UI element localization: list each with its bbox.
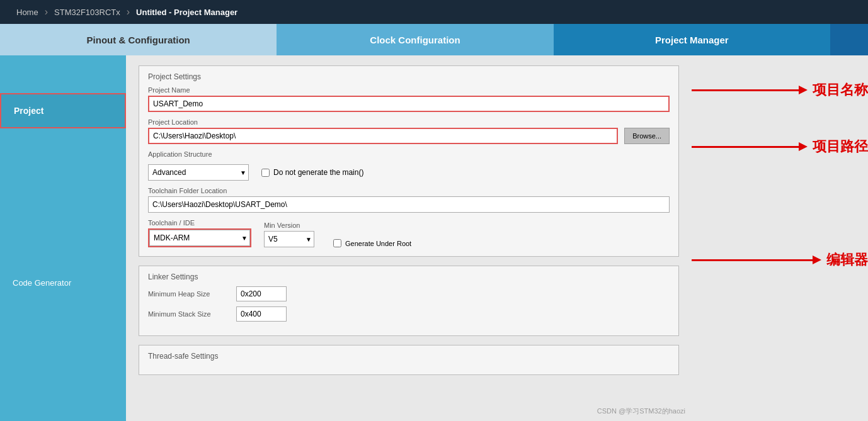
project-settings-legend: Project Settings xyxy=(148,72,670,81)
project-settings-section: Project Settings Project Name Project Lo… xyxy=(139,65,679,257)
arrow-line-2 xyxy=(692,146,799,148)
app-structure-field-group: Application Structure Advanced ▼ Do not … xyxy=(148,150,670,181)
do-not-generate-label: Do not generate the main() xyxy=(273,168,363,177)
tab-project-manager[interactable]: Project Manager xyxy=(554,24,830,55)
tab-extra[interactable] xyxy=(830,24,868,55)
tab-clock[interactable]: Clock Configuration xyxy=(277,24,553,55)
project-location-field-group: Project Location Browse... xyxy=(148,118,670,144)
app-structure-select[interactable]: Advanced xyxy=(148,164,249,181)
tab-bar: Pinout & Configuration Clock Configurati… xyxy=(0,24,868,55)
sidebar: Project Code Generator xyxy=(0,55,126,421)
min-stack-label: Minimum Stack Size xyxy=(148,310,230,318)
breadcrumb-project[interactable]: Untitled - Project Manager xyxy=(130,8,244,17)
breadcrumb-mcu[interactable]: STM32F103RCTx xyxy=(48,8,127,17)
annotations-panel: 项目名称 项目路径 编辑器 xyxy=(692,55,868,421)
arrow-line-1 xyxy=(692,89,799,91)
arrowhead-2 xyxy=(799,142,808,151)
annotation-project-path: 项目路径 xyxy=(692,137,868,156)
app-structure-dropdown-wrapper: Advanced ▼ xyxy=(148,164,249,181)
toolchain-ide-select[interactable]: MDK-ARM xyxy=(149,230,250,246)
min-version-field-group: Min Version V5 ▼ xyxy=(264,222,314,247)
toolchain-ide-field-group: Toolchain / IDE MDK-ARM ▼ xyxy=(148,219,251,247)
content-area: Project Settings Project Name Project Lo… xyxy=(126,55,692,421)
breadcrumb-home[interactable]: Home xyxy=(10,8,45,17)
do-not-generate-checkbox[interactable] xyxy=(261,169,270,177)
arrowhead-3 xyxy=(813,255,821,264)
linker-settings-legend: Linker Settings xyxy=(148,272,670,281)
project-location-input[interactable] xyxy=(148,128,618,144)
min-stack-input[interactable] xyxy=(236,306,287,322)
annotation-project-name: 项目名称 xyxy=(692,81,868,99)
toolchain-folder-label: Toolchain Folder Location xyxy=(148,187,670,194)
generate-under-root-row: Generate Under Root xyxy=(333,239,411,247)
annotation-editor-label: 编辑器 xyxy=(826,250,868,269)
sidebar-item-code-generator[interactable]: Code Generator xyxy=(0,267,126,299)
project-location-row: Browse... xyxy=(148,128,670,144)
min-version-label: Min Version xyxy=(264,222,314,229)
app-structure-label: Application Structure xyxy=(148,150,670,158)
app-structure-row: Advanced ▼ Do not generate the main() xyxy=(148,164,670,181)
annotation-project-name-label: 项目名称 xyxy=(813,81,868,99)
annotation-editor: 编辑器 xyxy=(692,250,868,269)
toolchain-ide-label: Toolchain / IDE xyxy=(148,219,251,227)
do-not-generate-checkbox-row: Do not generate the main() xyxy=(261,168,363,177)
toolchain-ide-dropdown-wrapper: MDK-ARM ▼ xyxy=(148,228,251,247)
csdn-footer: CSDN @学习STM32的haozi xyxy=(597,407,685,416)
generate-under-root-label: Generate Under Root xyxy=(345,240,411,247)
arrowhead-1 xyxy=(799,86,808,94)
thread-safe-settings-section: Thread-safe Settings xyxy=(139,345,679,375)
toolchain-ide-row: Toolchain / IDE MDK-ARM ▼ Min Version V5 xyxy=(148,219,670,247)
sidebar-item-project[interactable]: Project xyxy=(0,93,126,128)
min-heap-input[interactable] xyxy=(236,286,287,301)
project-location-label: Project Location xyxy=(148,118,670,126)
project-name-label: Project Name xyxy=(148,86,670,94)
project-name-field-group: Project Name xyxy=(148,86,670,112)
min-heap-label: Minimum Heap Size xyxy=(148,290,230,298)
min-heap-row: Minimum Heap Size xyxy=(148,286,670,301)
main-layout: Project Code Generator Project Settings … xyxy=(0,55,868,421)
browse-button[interactable]: Browse... xyxy=(624,128,670,144)
thread-safe-settings-legend: Thread-safe Settings xyxy=(148,352,670,361)
min-version-select[interactable]: V5 xyxy=(264,231,314,247)
min-stack-row: Minimum Stack Size xyxy=(148,306,670,322)
project-name-input[interactable] xyxy=(148,96,670,112)
linker-settings-section: Linker Settings Minimum Heap Size Minimu… xyxy=(139,266,679,336)
min-version-dropdown-wrapper: V5 ▼ xyxy=(264,231,314,247)
generate-under-root-checkbox[interactable] xyxy=(333,239,341,247)
toolchain-folder-field-group: Toolchain Folder Location xyxy=(148,187,670,213)
tab-pinout[interactable]: Pinout & Configuration xyxy=(0,24,277,55)
toolchain-folder-input[interactable] xyxy=(148,196,670,213)
annotation-project-path-label: 项目路径 xyxy=(813,137,868,156)
breadcrumb: Home › STM32F103RCTx › Untitled - Projec… xyxy=(0,0,868,24)
arrow-line-3 xyxy=(692,259,813,261)
